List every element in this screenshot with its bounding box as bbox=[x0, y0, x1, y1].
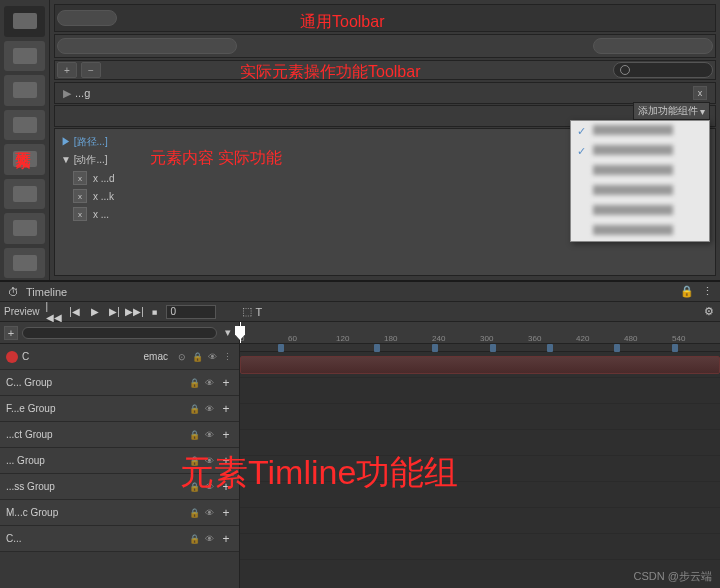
add-component-button[interactable]: 添加功能组件▾ bbox=[633, 102, 710, 120]
filter-icon[interactable]: ▾ bbox=[221, 326, 235, 340]
marker[interactable] bbox=[614, 344, 620, 352]
tab-item[interactable] bbox=[4, 110, 45, 141]
add-button[interactable]: + bbox=[57, 62, 77, 78]
marker[interactable] bbox=[374, 344, 380, 352]
add-clip-button[interactable]: + bbox=[219, 506, 233, 520]
record-button[interactable] bbox=[6, 351, 18, 363]
marker[interactable] bbox=[547, 344, 553, 352]
timeline-section: ⏱ Timeline 🔒 ⋮ Preview |◀◀ |◀ ▶ ▶| ▶▶| ◆… bbox=[0, 280, 720, 588]
timeline-icon: ⏱ bbox=[6, 285, 20, 299]
clip-row[interactable] bbox=[240, 456, 720, 482]
marker[interactable] bbox=[490, 344, 496, 352]
add-track-button[interactable]: + bbox=[4, 326, 18, 340]
remove-icon[interactable]: x bbox=[73, 207, 87, 221]
watermark: CSDN @步云端 bbox=[634, 569, 712, 584]
dropdown-item[interactable] bbox=[571, 221, 709, 241]
dropdown-item[interactable] bbox=[571, 141, 709, 161]
range-button[interactable]: ◆ bbox=[143, 299, 167, 323]
path-slot[interactable] bbox=[57, 38, 237, 54]
tab-item[interactable] bbox=[4, 75, 45, 106]
goto-start-button[interactable]: |◀◀ bbox=[46, 304, 64, 320]
timeline-ruler[interactable]: 060120180240300360420480540 bbox=[240, 322, 720, 344]
track-row-group[interactable]: F...e Group 🔒👁 + bbox=[0, 396, 239, 422]
playhead[interactable] bbox=[240, 322, 241, 343]
tab-item[interactable] bbox=[4, 41, 45, 72]
remove-icon[interactable]: x bbox=[73, 171, 87, 185]
track-row-group[interactable]: C... 🔒👁 + bbox=[0, 526, 239, 552]
tab-item[interactable] bbox=[4, 144, 45, 175]
goto-end-button[interactable]: ▶▶| bbox=[126, 304, 144, 320]
track-row-group[interactable]: M...c Group 🔒👁 + bbox=[0, 500, 239, 526]
menu-icon[interactable]: ⋮ bbox=[221, 351, 233, 363]
target-icon[interactable]: ⊙ bbox=[176, 351, 188, 363]
track-row-main[interactable]: C emac ⊙ 🔒 👁 ⋮ bbox=[0, 344, 239, 370]
tab-item[interactable] bbox=[4, 179, 45, 210]
tab-item[interactable] bbox=[4, 248, 45, 279]
add-clip-button[interactable]: + bbox=[219, 480, 233, 494]
add-clip-button[interactable]: + bbox=[219, 402, 233, 416]
add-clip-button[interactable]: + bbox=[219, 376, 233, 390]
ruler-tick: 480 bbox=[624, 334, 637, 343]
timeline-controls: Preview |◀◀ |◀ ▶ ▶| ▶▶| ◆ 0 ⬚ T ⚙ bbox=[0, 302, 720, 322]
add-clip-button[interactable]: + bbox=[219, 532, 233, 546]
marker[interactable] bbox=[432, 344, 438, 352]
ruler-tick: 300 bbox=[480, 334, 493, 343]
timeline-tab-bar: ⏱ Timeline 🔒 ⋮ bbox=[0, 282, 720, 302]
add-clip-button[interactable]: + bbox=[219, 428, 233, 442]
element-tabs-sidebar bbox=[0, 0, 50, 280]
lock-icon[interactable]: 🔒 bbox=[191, 351, 203, 363]
dropdown-item[interactable] bbox=[571, 161, 709, 181]
timeline-clip-area[interactable]: 060120180240300360420480540 bbox=[240, 322, 720, 588]
track-row-group[interactable]: ...ss Group 🔒👁 + bbox=[0, 474, 239, 500]
lock-icon[interactable]: 🔒 bbox=[680, 285, 694, 299]
path-slot[interactable] bbox=[593, 38, 713, 54]
search-input[interactable] bbox=[613, 62, 713, 78]
track-list-header: + ▾ bbox=[0, 322, 239, 344]
ruler-tick: 540 bbox=[672, 334, 685, 343]
tab-item[interactable] bbox=[4, 6, 45, 37]
ruler-tick: 420 bbox=[576, 334, 589, 343]
element-toolbar: + − bbox=[54, 60, 716, 80]
eye-icon[interactable]: 👁 bbox=[206, 351, 218, 363]
dropdown-item[interactable] bbox=[571, 201, 709, 221]
track-list-panel: + ▾ C emac ⊙ 🔒 👁 ⋮ C... Group 🔒👁 + bbox=[0, 322, 240, 588]
cube-icon[interactable]: ⬚ bbox=[240, 305, 254, 319]
dropdown-item[interactable] bbox=[571, 181, 709, 201]
clip-row[interactable] bbox=[240, 404, 720, 430]
timeline-tab-label[interactable]: Timeline bbox=[26, 286, 67, 298]
clip-row[interactable] bbox=[240, 352, 720, 378]
preview-label: Preview bbox=[4, 306, 44, 317]
path-bar bbox=[54, 34, 716, 58]
remove-button[interactable]: − bbox=[81, 62, 101, 78]
frame-input[interactable]: 0 bbox=[166, 305, 216, 319]
clip-row[interactable] bbox=[240, 508, 720, 534]
clip-row[interactable] bbox=[240, 482, 720, 508]
remove-icon[interactable]: x bbox=[73, 189, 87, 203]
clip-row[interactable] bbox=[240, 534, 720, 560]
step-forward-button[interactable]: ▶| bbox=[106, 304, 124, 320]
play-button[interactable]: ▶ bbox=[86, 304, 104, 320]
component-label: ...g bbox=[71, 87, 693, 99]
close-icon[interactable]: x bbox=[693, 86, 707, 100]
dropdown-item[interactable] bbox=[571, 121, 709, 141]
ruler-tick: 360 bbox=[528, 334, 541, 343]
add-clip-button[interactable]: + bbox=[219, 454, 233, 468]
tab-item[interactable] bbox=[4, 213, 45, 244]
component-header-row[interactable]: ▶ ...g x bbox=[54, 82, 716, 104]
track-search-input[interactable] bbox=[22, 327, 217, 339]
generic-toolbar bbox=[54, 4, 716, 32]
menu-icon[interactable]: ⋮ bbox=[700, 285, 714, 299]
track-row-group[interactable]: C... Group 🔒👁 + bbox=[0, 370, 239, 396]
dropdown-slot[interactable] bbox=[57, 10, 117, 26]
clip-row[interactable] bbox=[240, 378, 720, 404]
clip-row[interactable] bbox=[240, 430, 720, 456]
marker[interactable] bbox=[278, 344, 284, 352]
marker-row[interactable] bbox=[240, 344, 720, 352]
gear-icon[interactable]: ⚙ bbox=[702, 305, 716, 319]
track-row-group[interactable]: ... Group 🔒👁 + bbox=[0, 448, 239, 474]
clip[interactable] bbox=[240, 356, 720, 374]
step-back-button[interactable]: |◀ bbox=[66, 304, 84, 320]
marker[interactable] bbox=[672, 344, 678, 352]
ruler-tick: 240 bbox=[432, 334, 445, 343]
track-row-group[interactable]: ...ct Group 🔒👁 + bbox=[0, 422, 239, 448]
